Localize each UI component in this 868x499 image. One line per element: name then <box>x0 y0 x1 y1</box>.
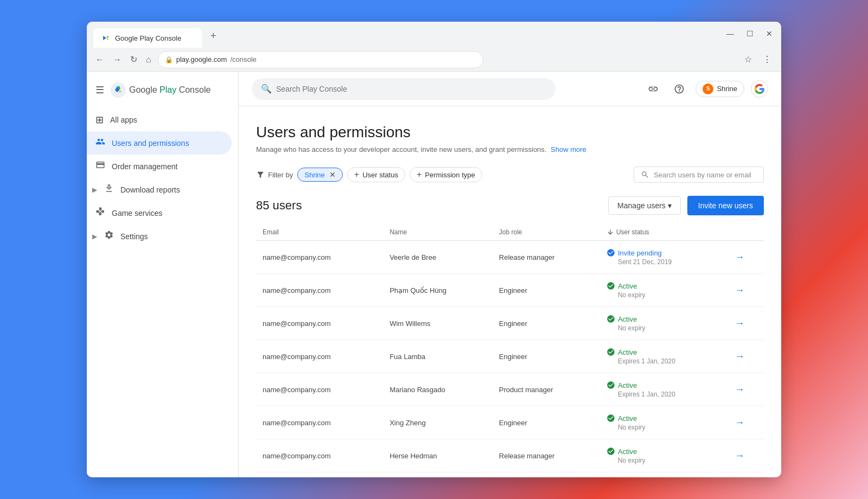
help-button[interactable] <box>669 79 689 99</box>
col-email: Email <box>256 224 383 241</box>
search-input[interactable] <box>276 85 546 93</box>
cell-job-role: Engineer <box>493 406 600 439</box>
row-arrow-icon[interactable]: → <box>735 318 744 329</box>
row-arrow-icon[interactable]: → <box>735 384 744 395</box>
table-row[interactable]: name@company.com Mariano Rasgado Product… <box>256 373 764 406</box>
browser-actions: ☆ ⋮ <box>741 52 775 67</box>
home-button[interactable]: ⌂ <box>144 53 154 67</box>
shrine-badge[interactable]: S Shrine <box>695 81 744 97</box>
reload-button[interactable]: ↻ <box>128 52 139 67</box>
row-arrow-icon[interactable]: → <box>735 450 744 461</box>
col-action <box>728 224 764 241</box>
sidebar-item-all-apps[interactable]: ⊞ All apps <box>87 108 232 131</box>
sidebar-item-label: Users and permissions <box>112 139 189 148</box>
row-arrow-icon[interactable]: → <box>735 351 744 362</box>
shrine-filter-chip[interactable]: Shrine ✕ <box>297 168 343 182</box>
status-label: Active <box>618 447 637 456</box>
cell-arrow[interactable]: → <box>728 406 764 439</box>
table-row[interactable]: name@company.com Phạm Quốc Hùng Engineer… <box>256 274 764 307</box>
app-layout: ☰ Google Play Console <box>87 72 781 477</box>
gpc-logo-icon <box>111 82 126 98</box>
hamburger-icon[interactable]: ☰ <box>95 84 104 96</box>
search-users-icon <box>641 170 649 179</box>
status-sub: No expiry <box>618 324 722 332</box>
sidebar-item-game-services[interactable]: Game services <box>87 201 232 225</box>
status-label: Active <box>618 414 637 423</box>
search-users-box[interactable]: Search users by name or email <box>634 167 764 183</box>
status-label: Active <box>618 348 637 356</box>
cell-arrow[interactable]: → <box>728 340 764 373</box>
new-tab-button[interactable]: + <box>206 28 221 44</box>
table-row[interactable]: name@company.com Herse Hedman Release ma… <box>256 439 764 472</box>
link-button[interactable] <box>643 79 663 99</box>
address-bar[interactable]: 🔒 play.google.com /console <box>158 51 483 68</box>
cell-email: name@company.com <box>256 241 383 274</box>
permission-type-filter[interactable]: + Permission type <box>410 167 482 182</box>
table-row[interactable]: name@company.com Veerle de Bree Release … <box>256 241 764 274</box>
sidebar-logo-text: Google Play Console <box>129 85 210 95</box>
cell-arrow[interactable]: → <box>728 241 764 274</box>
status-badge: Invite pending <box>607 248 722 257</box>
search-icon: 🔍 <box>261 84 272 94</box>
status-badge: Active <box>607 282 722 290</box>
window-controls: — ☐ ✕ <box>725 29 775 38</box>
more-menu-button[interactable]: ⋮ <box>760 52 775 67</box>
top-bar: 🔍 S Shrine <box>239 72 781 106</box>
close-button[interactable]: ✕ <box>764 29 775 38</box>
tab-title: Google Play Console <box>115 34 181 42</box>
restore-button[interactable]: ☐ <box>744 29 755 38</box>
address-domain: play.google.com <box>176 55 227 63</box>
user-status-filter[interactable]: + User status <box>347 167 405 182</box>
cell-job-role: Engineer <box>493 340 600 373</box>
cell-arrow[interactable]: → <box>728 274 764 307</box>
cell-status: Active No expiry <box>600 439 728 472</box>
cell-name: Herse Hedman <box>383 439 493 472</box>
remove-shrine-filter[interactable]: ✕ <box>329 170 336 179</box>
invite-users-button[interactable]: Invite new users <box>687 196 764 215</box>
status-sub: No expiry <box>618 457 722 464</box>
forward-button[interactable]: → <box>111 53 124 67</box>
sidebar-nav: ⊞ All apps Users and permissions Order m… <box>87 104 238 477</box>
minimize-button[interactable]: — <box>725 29 736 38</box>
table-row[interactable]: name@company.com Fua Lamba Engineer Acti… <box>256 340 764 373</box>
cell-arrow[interactable]: → <box>728 307 764 340</box>
sidebar-item-users-permissions[interactable]: Users and permissions <box>87 131 232 155</box>
sidebar-item-label: Settings <box>120 232 148 241</box>
row-arrow-icon[interactable]: → <box>735 285 744 296</box>
sidebar-item-order-management[interactable]: Order management <box>87 155 232 178</box>
manage-users-button[interactable]: Manage users ▾ <box>608 196 681 215</box>
users-icon <box>95 137 105 149</box>
top-bar-actions: S Shrine <box>643 79 768 99</box>
cell-job-role: Product manager <box>493 373 600 406</box>
table-row[interactable]: name@company.com Wim Willems Engineer Ac… <box>256 307 764 340</box>
search-box[interactable]: 🔍 <box>252 78 556 100</box>
sidebar-item-settings[interactable]: ▶ Settings <box>87 225 232 248</box>
google-account-button[interactable] <box>751 80 768 98</box>
address-path: /console <box>230 55 256 63</box>
filters-row: Filter by Shrine ✕ + User status + Permi… <box>256 167 764 183</box>
browser-tab[interactable]: Google Play Console <box>93 28 202 48</box>
users-header-row: 85 users Manage users ▾ Invite new users <box>256 196 764 215</box>
add-user-status-icon: + <box>354 170 359 180</box>
cell-status: Active No expiry <box>600 406 728 439</box>
status-sub: No expiry <box>618 291 722 299</box>
expand-icon-settings: ▶ <box>92 233 97 240</box>
status-sub: No expiry <box>618 424 722 431</box>
status-badge: Active <box>607 315 722 323</box>
back-button[interactable]: ← <box>93 53 106 67</box>
cell-arrow[interactable]: → <box>728 439 764 472</box>
sidebar-item-label: Download reports <box>120 185 180 194</box>
row-arrow-icon[interactable]: → <box>735 252 744 263</box>
add-permission-type-icon: + <box>417 170 422 180</box>
status-sub: Sent 21 Dec, 2019 <box>618 258 722 266</box>
show-more-link[interactable]: Show more <box>551 145 586 153</box>
sidebar-item-download-reports[interactable]: ▶ Download reports <box>87 178 232 201</box>
col-user-status[interactable]: User status <box>600 224 728 241</box>
cell-arrow[interactable]: → <box>728 373 764 406</box>
table-row[interactable]: name@company.com Xing Zheng Engineer Act… <box>256 406 764 439</box>
bookmark-button[interactable]: ☆ <box>741 52 755 67</box>
status-sub: Expires 1 Jan, 2020 <box>618 391 722 398</box>
cell-email: name@company.com <box>256 406 383 439</box>
row-arrow-icon[interactable]: → <box>735 417 744 428</box>
cell-name: Xing Zheng <box>383 406 493 439</box>
